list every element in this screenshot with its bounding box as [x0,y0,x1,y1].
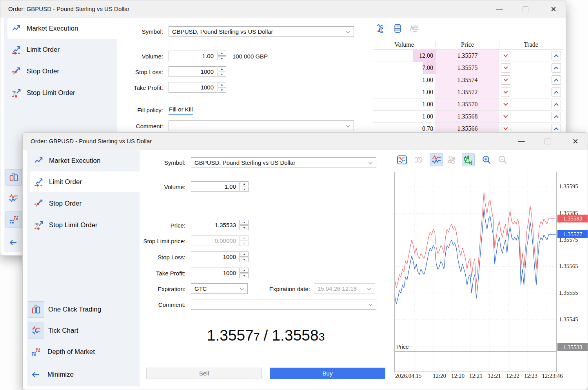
price-cell[interactable]: 1.35570 [436,98,499,110]
price-input[interactable] [191,220,240,230]
magnet-tool-button[interactable] [375,22,387,34]
sidebar-item-depth-of-market[interactable]: Depth of Market [28,344,95,360]
x-axis-label: 12:21 [469,373,483,379]
chevron-down-icon [367,288,372,291]
tick-chart-icon [431,155,442,165]
sell-at-price-button[interactable] [501,87,510,97]
volume-cell: 1.00 [373,98,436,110]
chevron-down-icon [346,125,350,128]
volume-input[interactable] [169,51,217,61]
time-sales-tool-button[interactable] [408,22,420,34]
take-profit-label: Take Profit: [71,84,163,91]
sell-at-price-button[interactable] [501,51,510,60]
volume-step-down[interactable]: ▼ [218,56,226,61]
stop-loss-input[interactable] [191,251,240,262]
sell-at-price-button[interactable] [501,112,510,121]
buy-at-price-button[interactable] [552,100,561,109]
buy-at-price-button[interactable] [552,75,561,85]
take-profit-step-up[interactable]: ▲ [240,268,249,273]
price-cell[interactable]: 1.35575 [436,62,499,74]
order-book-tool-button[interactable] [392,22,403,34]
comment-input[interactable] [191,299,376,310]
chart-window-tool-button[interactable] [396,153,408,166]
take-profit-input[interactable] [191,268,240,278]
title-bar[interactable]: Order: GBPUSD - Pound Sterling vs US Dol… [23,133,588,150]
sidebar-item-minimize-panel[interactable]: Minimize [28,366,74,383]
volume-step-down[interactable]: ▼ [240,187,249,192]
sell-button[interactable]: Sell [146,368,262,379]
tick-lines-tool-button[interactable] [430,153,443,166]
close-button[interactable]: ✕ [569,135,582,147]
market-execution-icon [34,156,44,166]
zoom-out-button[interactable] [496,153,509,166]
stop-loss-input[interactable] [169,66,217,77]
price-step-down[interactable]: ▼ [240,225,249,230]
take-profit-step-down[interactable]: ▼ [218,87,226,93]
chevron-up-icon [554,78,559,82]
symbol-select[interactable]: GBPUSD, Pound Sterling vs US Dollar [169,26,354,37]
order-book-icon [392,23,403,34]
sidebar-item-stop-order[interactable]: Stop Order [27,193,140,214]
buy-at-price-button[interactable] [552,87,561,97]
fill-policy-value[interactable]: Fill or Kill [169,106,193,115]
minimize-button[interactable]: — [515,135,528,147]
price-badge: 1.35533 [557,343,588,351]
volume-step-up[interactable]: ▲ [218,51,226,56]
symbol-select[interactable]: GBPUSD, Pound Sterling vs US Dollar [191,157,376,168]
price-step-up[interactable]: ▲ [240,220,249,225]
stop-loss-step-down[interactable]: ▼ [240,257,249,262]
chevron-down-icon [503,115,508,118]
sell-at-price-button[interactable] [501,75,510,85]
buy-at-price-button[interactable] [552,63,561,73]
stop-limit-price-input [191,235,240,246]
stop-loss-step-up[interactable]: ▲ [218,66,226,71]
autoscroll-tool-button[interactable] [411,153,424,166]
price-cell[interactable]: 1.35572 [436,86,499,98]
maximize-button[interactable] [519,3,532,15]
buy-button[interactable]: Buy [270,368,385,379]
volume-cell: 1.00 [373,86,436,98]
sell-at-price-button[interactable] [501,100,510,109]
fill-policy-label: Fill policy: [71,107,163,113]
stop-limit-price-label: Stop Limit price: [93,238,185,244]
chevron-down-icon [503,90,508,94]
stop-loss-step-up[interactable]: ▲ [240,251,249,257]
sidebar-item-tick-chart[interactable]: Tick Chart [28,323,78,339]
y-axis-label: 1.35565 [559,262,587,270]
depth-of-market-icon [5,211,22,228]
chevron-up-icon [554,90,559,94]
time-sales-icon [409,23,419,34]
comment-input[interactable] [169,120,354,131]
price-cell[interactable]: 1.35577 [436,50,499,62]
sidebar-item-one-click-trading[interactable]: One Click Trading [28,301,101,318]
chevron-down-icon [503,66,508,70]
volume-cell: 1.00 [373,74,436,86]
sell-at-price-button[interactable] [501,63,510,73]
take-profit-step-down[interactable]: ▼ [240,273,249,278]
bubbles-tool-button[interactable] [446,153,459,166]
price-cell[interactable]: 1.35568 [436,111,499,122]
chevron-down-icon [368,162,373,165]
zoom-in-button[interactable] [480,153,493,166]
take-profit-input[interactable] [169,82,217,93]
buy-at-price-button[interactable] [552,51,561,60]
volume-cell: 12.00 [373,50,436,62]
maximize-button[interactable] [541,135,554,147]
table-row: 12.00 1.35577 [373,50,563,62]
symbol-label: Symbol: [71,28,163,35]
take-profit-step-up[interactable]: ▲ [218,82,226,87]
y-axis-label: 1.35545 [559,315,587,323]
stop-loss-step-down[interactable]: ▼ [218,72,226,77]
price-cell[interactable]: 1.35574 [436,74,499,86]
candles-shift-tool-button[interactable] [462,153,475,166]
close-button[interactable]: ✕ [547,3,560,15]
chevron-down-icon [503,54,508,58]
title-bar[interactable]: Order: GBPUSD - Pound Sterling vs US Dol… [0,0,566,18]
volume-step-up[interactable]: ▲ [240,181,249,186]
minimize-button[interactable]: — [493,3,506,15]
stop-limit-step-up: ▲ [240,235,249,241]
buy-at-price-button[interactable] [552,112,561,121]
volume-input[interactable] [191,181,240,192]
chevron-up-icon [554,127,559,131]
window-title: Order: GBPUSD - Pound Sterling vs US Dol… [8,0,129,18]
